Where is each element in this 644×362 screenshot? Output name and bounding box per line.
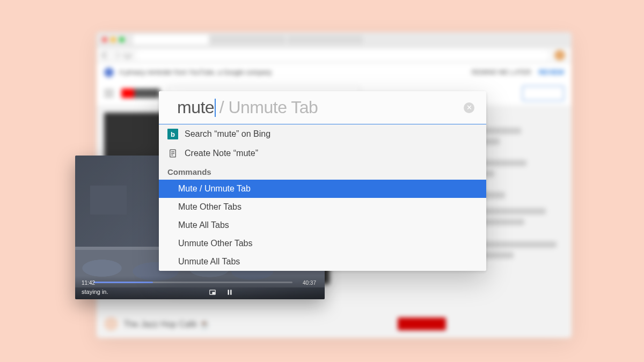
palette-section-title: Commands: [159, 163, 486, 180]
palette-command[interactable]: Mute / Unmute Tab: [159, 180, 486, 198]
svg-rect-3: [230, 290, 231, 294]
tab-strip: [133, 35, 363, 45]
reload-icon: [125, 52, 131, 58]
palette-create-note[interactable]: Create Note “mute”: [159, 144, 486, 163]
bing-icon: b: [167, 129, 178, 139]
profile-avatar: [554, 50, 565, 61]
url-bar: [97, 47, 572, 63]
subscribe-button: [398, 317, 446, 330]
pause-icon[interactable]: [226, 289, 233, 296]
palette-typed-text: mute: [177, 98, 214, 117]
banner-review: REVIEW: [539, 69, 564, 76]
banner-later: REMIND ME LATER: [472, 69, 531, 76]
palette-command[interactable]: Unmute All Tabs: [159, 253, 486, 271]
channel-avatar: [104, 317, 118, 331]
text-caret: [215, 99, 216, 117]
address-input: [136, 50, 549, 61]
time-elapsed: 11:42: [82, 280, 95, 286]
banner-text: A privacy reminder from YouTube, a Googl…: [119, 69, 272, 76]
palette-command[interactable]: Mute Other Tabs: [159, 198, 486, 216]
window-close-icon: [102, 37, 107, 42]
channel-name: The Jazz Hop Café ☕: [123, 319, 210, 329]
svg-rect-2: [228, 290, 229, 294]
palette-command-list: Mute / Unmute TabMute Other TabsMute All…: [159, 180, 486, 271]
title-bar: [97, 32, 572, 47]
menu-icon: [104, 90, 114, 97]
palette-input-row[interactable]: mute / Unmute Tab ✕: [159, 91, 486, 124]
pip-controls: 11:42 40:37 staying in.: [75, 276, 325, 299]
browser-tab: [133, 35, 208, 45]
browser-tab: [210, 35, 286, 45]
palette-hint-text: / Unmute Tab: [219, 98, 318, 117]
browser-tab: [288, 35, 363, 45]
privacy-banner: A privacy reminder from YouTube, a Googl…: [97, 63, 572, 82]
close-icon: ✕: [466, 104, 472, 112]
back-icon: [102, 51, 109, 59]
time-total: 40:37: [303, 280, 316, 286]
palette-close-button[interactable]: ✕: [464, 102, 474, 113]
note-icon: [167, 148, 178, 159]
channel-bar: The Jazz Hop Café ☕: [104, 314, 564, 334]
palette-command[interactable]: Unmute Other Tabs: [159, 234, 486, 253]
palette-search-web[interactable]: b Search “mute” on Bing: [159, 124, 486, 144]
svg-rect-1: [213, 292, 215, 294]
pip-title: staying in.: [82, 289, 108, 295]
command-palette: mute / Unmute Tab ✕ b Search “mute” on B…: [159, 91, 486, 271]
sign-in-button: [522, 86, 564, 101]
progress-bar[interactable]: [93, 282, 292, 283]
window-zoom-icon: [119, 37, 125, 42]
pip-popout-icon[interactable]: [209, 289, 216, 296]
window-minimize-icon: [111, 37, 116, 42]
site-logo: [121, 88, 160, 98]
palette-item-label: Search “mute” on Bing: [185, 129, 270, 139]
palette-item-label: Create Note “mute”: [185, 149, 258, 158]
palette-command[interactable]: Mute All Tabs: [159, 216, 486, 234]
shield-icon: [104, 68, 114, 77]
forward-icon: [113, 51, 120, 59]
